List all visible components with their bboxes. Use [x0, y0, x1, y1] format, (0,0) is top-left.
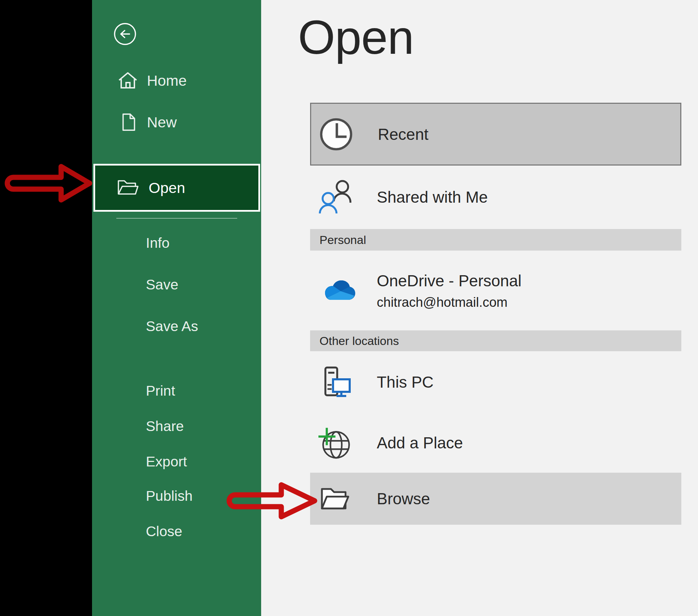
nav-item-recent[interactable]: Recent — [310, 103, 681, 166]
home-icon — [117, 70, 139, 91]
place-item-browse[interactable]: Browse — [310, 473, 681, 525]
place-item-onedrive-personal[interactable]: OneDrive - Personal chitrach@hotmail.com — [310, 251, 681, 330]
place-item-label: Add a Place — [377, 433, 463, 452]
excel-backstage-open-view: Home New Open Info Save Save As — [0, 0, 698, 616]
sidebar-item-new[interactable]: New — [92, 103, 261, 141]
place-item-account-email: chitrach@hotmail.com — [377, 295, 522, 310]
section-header-label: Other locations — [319, 334, 399, 348]
sidebar-item-label: Home — [147, 72, 187, 89]
sidebar-item-info[interactable]: Info — [146, 235, 169, 251]
place-item-text: OneDrive - Personal chitrach@hotmail.com — [377, 271, 522, 310]
sidebar-item-label: New — [147, 114, 177, 131]
browse-folder-icon — [318, 481, 352, 516]
clock-icon — [319, 117, 353, 152]
sidebar-item-open-selected[interactable]: Open — [93, 164, 260, 212]
sidebar-item-publish[interactable]: Publish — [146, 488, 192, 504]
onedrive-cloud-icon — [322, 278, 357, 303]
place-item-label: OneDrive - Personal — [377, 271, 522, 290]
place-item-label: Browse — [377, 489, 430, 508]
section-header-label: Personal — [319, 233, 366, 247]
sidebar-item-label: Open — [149, 179, 185, 196]
section-header-other-locations: Other locations — [310, 330, 681, 351]
sidebar-item-export[interactable]: Export — [146, 454, 187, 470]
page-title: Open — [298, 10, 414, 65]
sidebar-item-save[interactable]: Save — [146, 277, 178, 293]
nav-item-label: Shared with Me — [377, 188, 488, 206]
sidebar-item-save-as[interactable]: Save As — [146, 318, 198, 335]
back-arrow-icon — [113, 41, 137, 47]
shared-people-icon — [318, 180, 352, 214]
sidebar-item-close[interactable]: Close — [146, 523, 182, 540]
section-header-personal: Personal — [310, 229, 681, 251]
this-pc-icon — [318, 365, 352, 399]
sidebar-item-print[interactable]: Print — [146, 383, 175, 399]
sidebar-divider — [116, 218, 237, 219]
annotation-arrow-to-open — [0, 159, 94, 208]
globe-plus-icon — [318, 425, 352, 460]
nav-item-label: Recent — [378, 125, 429, 144]
place-item-label: This PC — [377, 373, 434, 391]
open-folder-icon — [117, 178, 140, 197]
place-item-this-pc[interactable]: This PC — [310, 351, 681, 413]
new-document-icon — [117, 111, 139, 133]
backstage-sidebar: Home New Open Info Save Save As — [92, 0, 261, 616]
sidebar-item-share[interactable]: Share — [146, 418, 184, 434]
place-item-add-a-place[interactable]: Add a Place — [310, 413, 681, 473]
sidebar-item-home[interactable]: Home — [92, 61, 261, 100]
nav-item-shared-with-me[interactable]: Shared with Me — [310, 166, 681, 228]
back-button[interactable] — [113, 22, 137, 46]
